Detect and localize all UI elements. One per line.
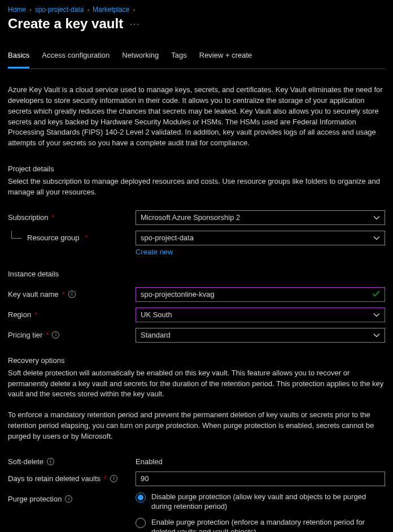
intro-text: Azure Key Vault is a cloud service used … xyxy=(8,85,385,149)
soft-delete-label: Soft-delete xyxy=(8,457,43,466)
required-indicator: * xyxy=(52,213,55,222)
create-new-link[interactable]: Create new xyxy=(136,248,173,256)
resource-group-label: Resource group xyxy=(27,233,80,242)
recovery-desc-2: To enforce a mandatory retention period … xyxy=(8,410,385,442)
required-indicator: * xyxy=(104,474,107,483)
recovery-options-heading: Recovery options xyxy=(8,356,385,365)
keyvault-name-value: spo-projectonline-kvag xyxy=(141,290,215,299)
purge-disable-radio[interactable] xyxy=(136,492,146,503)
chevron-down-icon xyxy=(373,331,380,339)
chevron-down-icon xyxy=(373,213,380,222)
pricing-tier-select[interactable]: Standard xyxy=(136,328,385,343)
purge-protection-label: Purge protection xyxy=(8,495,62,503)
info-icon[interactable]: i xyxy=(47,458,54,465)
chevron-right-icon: › xyxy=(133,6,135,13)
region-label: Region xyxy=(8,310,31,319)
check-icon xyxy=(372,290,380,299)
days-retain-label: Days to retain deleted vaults xyxy=(8,474,101,483)
tab-networking[interactable]: Networking xyxy=(122,51,159,68)
chevron-down-icon xyxy=(373,310,380,319)
tab-basics[interactable]: Basics xyxy=(8,51,29,68)
resource-group-select[interactable]: spo-project-data xyxy=(136,231,385,245)
tab-tags[interactable]: Tags xyxy=(171,51,186,68)
chevron-right-icon: › xyxy=(29,6,32,13)
required-indicator: * xyxy=(62,290,65,299)
purge-enable-label: Enable purge protection (enforce a manda… xyxy=(151,517,385,532)
pricing-tier-value: Standard xyxy=(141,331,171,339)
days-retain-value: 90 xyxy=(141,474,149,483)
purge-enable-radio[interactable] xyxy=(136,518,146,528)
page-title: Create a key vault xyxy=(8,16,123,32)
chevron-down-icon xyxy=(373,233,380,242)
breadcrumb-home[interactable]: Home xyxy=(8,6,26,14)
info-icon[interactable]: i xyxy=(65,495,72,503)
region-select[interactable]: UK South xyxy=(136,308,385,322)
breadcrumb-section[interactable]: Marketplace xyxy=(93,6,129,14)
info-icon[interactable]: i xyxy=(68,291,76,298)
chevron-right-icon: › xyxy=(87,6,89,13)
tabs: Basics Access configuration Networking T… xyxy=(8,51,385,69)
tab-access[interactable]: Access configuration xyxy=(42,51,110,68)
keyvault-name-label: Key vault name xyxy=(8,290,59,299)
tab-review[interactable]: Review + create xyxy=(199,51,252,68)
required-indicator: * xyxy=(46,331,49,339)
resource-group-value: spo-project-data xyxy=(141,233,194,242)
region-value: UK South xyxy=(141,310,172,319)
subscription-value: Microsoft Azure Sponsorship 2 xyxy=(141,213,240,222)
more-actions-button[interactable]: ··· xyxy=(130,19,140,28)
purge-disable-label: Disable purge protection (allow key vaul… xyxy=(151,492,385,512)
soft-delete-value: Enabled xyxy=(136,455,385,466)
days-retain-input[interactable]: 90 xyxy=(136,472,385,486)
required-indicator: * xyxy=(85,233,88,242)
required-indicator: * xyxy=(34,310,37,319)
breadcrumb-group[interactable]: spo-project-data xyxy=(35,6,84,14)
instance-details-heading: Instance details xyxy=(8,270,385,278)
recovery-desc-1: Soft delete protection will automaticall… xyxy=(8,368,385,400)
project-details-desc: Select the subscription to manage deploy… xyxy=(8,176,385,198)
breadcrumb: Home › spo-project-data › Marketplace › xyxy=(8,6,385,14)
keyvault-name-input[interactable]: spo-projectonline-kvag xyxy=(136,287,385,302)
info-icon[interactable]: i xyxy=(110,475,117,482)
info-icon[interactable]: i xyxy=(52,331,59,339)
subscription-label: Subscription xyxy=(8,213,49,222)
project-details-heading: Project details xyxy=(8,165,385,173)
indent-icon xyxy=(11,231,21,239)
subscription-select[interactable]: Microsoft Azure Sponsorship 2 xyxy=(136,210,385,225)
pricing-tier-label: Pricing tier xyxy=(8,331,42,339)
